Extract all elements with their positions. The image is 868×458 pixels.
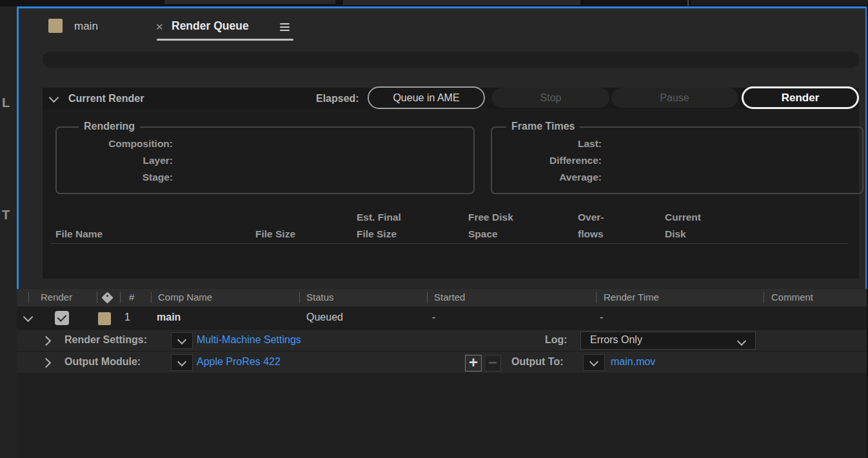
col-file-size: File Size — [255, 226, 295, 243]
row-number: 1 — [124, 312, 130, 323]
row-color-label-chip[interactable] — [98, 312, 111, 325]
top-chrome-strip — [0, 0, 868, 6]
output-module-dropdown-icon[interactable] — [171, 354, 193, 371]
column-separator — [151, 292, 152, 303]
difference-label: Difference: — [498, 152, 602, 169]
column-separator — [764, 292, 764, 303]
elapsed-label: Elapsed: — [316, 93, 359, 105]
render-button[interactable]: Render — [742, 86, 859, 109]
column-separator — [97, 292, 97, 303]
comp-tab-color-chip — [48, 19, 63, 33]
tab-composition-main[interactable]: main — [74, 20, 98, 33]
queue-item-row: 1 main Queued - - — [17, 306, 867, 329]
column-separator — [596, 292, 597, 303]
output-module-link[interactable]: Apple ProRes 422 — [197, 356, 281, 368]
render-progress-bar — [43, 52, 859, 68]
edge-letter-bottom: T — [2, 208, 10, 223]
current-render-section: Current Render Elapsed: Queue in AME Sto… — [43, 88, 859, 279]
output-to-dropdown-icon[interactable] — [583, 354, 605, 371]
render-settings-link[interactable]: Multi-Machine Settings — [197, 334, 301, 346]
header-render: Render — [41, 292, 72, 303]
chevron-down-icon — [737, 337, 746, 346]
output-module-label: Output Module: — [64, 356, 141, 368]
edge-letter-top: L — [2, 95, 10, 110]
row-status: Queued — [306, 312, 343, 323]
column-separator — [427, 292, 428, 303]
header-render-time: Render Time — [604, 292, 659, 303]
expand-output-module-icon[interactable] — [41, 358, 52, 368]
panel-menu-icon[interactable] — [280, 21, 290, 33]
render-settings-label: Render Settings: — [64, 334, 147, 346]
output-to-link[interactable]: main.mov — [611, 356, 655, 368]
output-module-row: Output Module: Apple ProRes 422 + − Outp… — [17, 351, 867, 373]
render-settings-dropdown-icon[interactable] — [171, 332, 193, 349]
render-settings-row: Render Settings: Multi-Machine Settings … — [17, 329, 867, 351]
col-current-disk: Current Disk — [665, 209, 701, 243]
label-color-tag-icon — [101, 292, 113, 303]
render-checkbox[interactable] — [55, 311, 69, 325]
stop-button: Stop — [492, 88, 609, 108]
layer-label: Layer: — [70, 152, 173, 169]
stage-label: Stage: — [70, 169, 173, 186]
frame-times-group-title: Frame Times — [506, 121, 580, 132]
log-dropdown-value: Errors Only — [590, 334, 642, 346]
pause-button: Pause — [611, 88, 738, 108]
composition-label: Composition: — [70, 135, 173, 152]
close-tab-icon[interactable]: ✕ — [155, 21, 164, 33]
queue-in-ame-button[interactable]: Queue in AME — [368, 86, 485, 109]
queue-table-header: Render # Comp Name Status Started Render… — [17, 289, 867, 306]
header-comment: Comment — [771, 292, 813, 303]
current-render-title: Current Render — [68, 93, 144, 105]
row-render-time: - — [600, 312, 603, 323]
file-columns-rule — [50, 243, 848, 244]
queue-empty-area — [17, 373, 867, 458]
tab-render-queue[interactable]: Render Queue — [172, 19, 249, 33]
chrome-fragment — [691, 0, 868, 5]
chrome-fragment — [343, 0, 580, 5]
header-number: # — [129, 292, 134, 303]
col-overflows: Over- flows — [578, 209, 604, 243]
rendering-group-title: Rendering — [79, 121, 140, 132]
header-started: Started — [434, 292, 465, 303]
rendering-group: Rendering Composition: Layer: Stage: — [55, 126, 475, 194]
column-separator — [299, 292, 300, 303]
column-separator — [28, 292, 29, 303]
add-output-module-button[interactable]: + — [465, 355, 482, 372]
last-label: Last: — [498, 135, 602, 152]
chrome-divider — [687, 0, 689, 6]
chrome-fragment — [164, 0, 335, 4]
col-est-final-file-size: Est. Final File Size — [357, 209, 401, 243]
active-tab-underline — [157, 39, 293, 41]
col-free-disk-space: Free Disk Space — [468, 209, 513, 243]
row-comp-name[interactable]: main — [157, 312, 181, 323]
frame-times-group: Frame Times Last: Difference: Average: — [491, 126, 863, 194]
expand-render-settings-icon[interactable] — [41, 336, 52, 346]
row-started: - — [432, 312, 435, 323]
collapse-current-render-icon[interactable] — [49, 93, 59, 103]
remove-output-module-button: − — [484, 355, 501, 372]
header-comp-name: Comp Name — [158, 292, 212, 303]
output-to-label: Output To: — [511, 356, 564, 368]
column-separator — [120, 292, 121, 303]
header-status: Status — [306, 292, 334, 303]
collapse-row-icon[interactable] — [23, 312, 34, 323]
col-file-name: File Name — [55, 226, 103, 243]
log-label: Log: — [545, 334, 567, 346]
average-label: Average: — [498, 169, 602, 186]
log-dropdown[interactable]: Errors Only — [580, 332, 756, 350]
left-edge-strip: L T — [0, 6, 17, 458]
